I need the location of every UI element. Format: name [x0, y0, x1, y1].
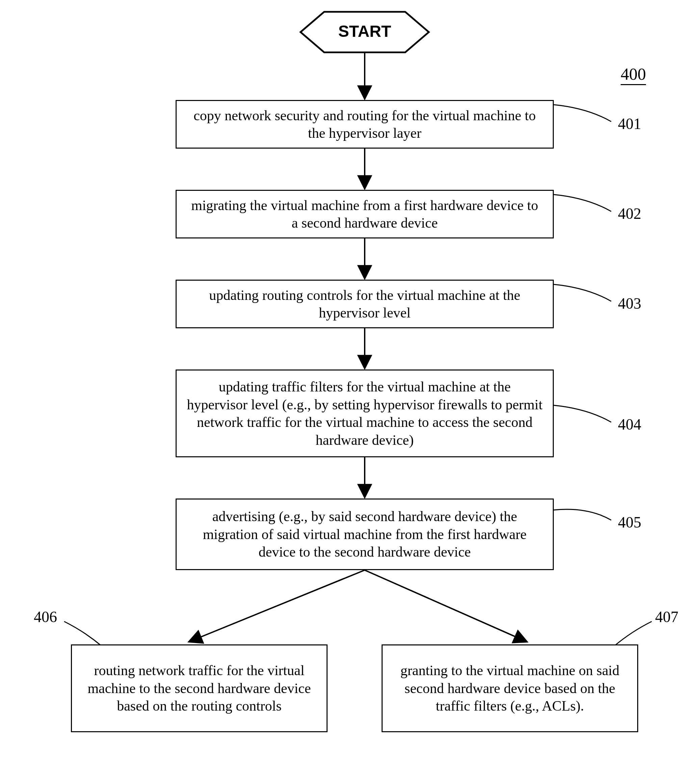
step-402-box: migrating the virtual machine from a fir…	[175, 190, 554, 239]
step-403-box: updating routing controls for the virtua…	[175, 280, 554, 328]
step-401-text: copy network security and routing for th…	[187, 107, 543, 142]
svg-line-5	[189, 570, 365, 642]
step-402-text: migrating the virtual machine from a fir…	[187, 196, 543, 232]
step-403-number: 403	[618, 294, 641, 312]
step-404-box: updating traffic filters for the virtual…	[175, 369, 554, 457]
step-404-text: updating traffic filters for the virtual…	[187, 378, 543, 449]
step-405-number: 405	[618, 513, 641, 531]
step-406-text: routing network traffic for the virtual …	[82, 662, 316, 715]
step-406-number: 406	[34, 608, 57, 626]
step-404-number: 404	[618, 415, 641, 433]
step-405-box: advertising (e.g., by said second hardwa…	[175, 499, 554, 570]
figure-number: 400	[621, 64, 646, 84]
step-403-text: updating routing controls for the virtua…	[187, 286, 543, 322]
svg-line-6	[365, 570, 527, 642]
step-407-text: granting to the virtual machine on said …	[393, 662, 627, 715]
flowchart-canvas: START 400 copy network security and rout…	[0, 0, 700, 766]
start-node-label: START	[324, 22, 405, 41]
step-401-box: copy network security and routing for th…	[175, 100, 554, 149]
step-406-box: routing network traffic for the virtual …	[71, 644, 327, 732]
step-407-number: 407	[655, 608, 678, 626]
step-405-text: advertising (e.g., by said second hardwa…	[187, 508, 543, 561]
step-402-number: 402	[618, 205, 641, 223]
step-407-box: granting to the virtual machine on said …	[382, 644, 638, 732]
step-401-number: 401	[618, 115, 641, 133]
